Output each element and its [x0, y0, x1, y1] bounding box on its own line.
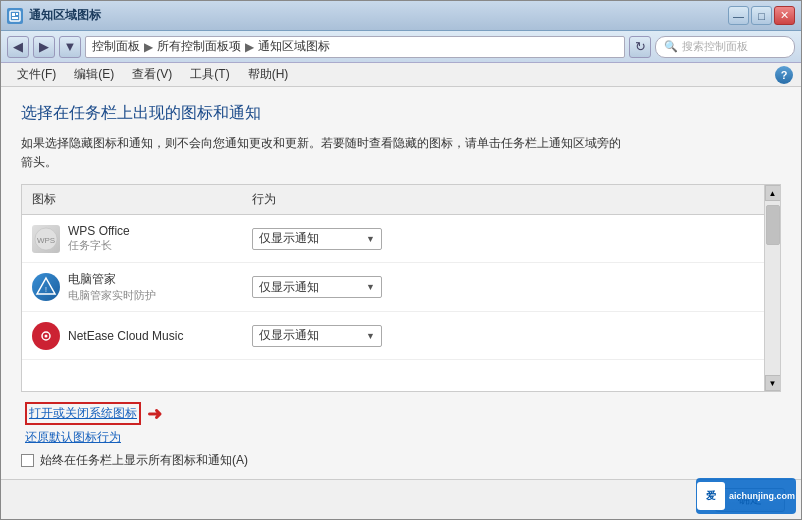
page-description: 如果选择隐藏图标和通知，则不会向您通知更改和更新。若要随时查看隐藏的图标，请单击…: [21, 134, 781, 172]
scrollbar[interactable]: ▲ ▼: [764, 185, 780, 391]
netease-app-icon: [32, 322, 60, 350]
search-placeholder: 搜索控制面板: [682, 39, 748, 54]
maximize-button[interactable]: □: [751, 6, 772, 25]
titlebar: 通知区域图标 — □ ✕: [1, 1, 801, 31]
svg-point-10: [45, 334, 48, 337]
search-icon: 🔍: [664, 40, 678, 53]
help-icon[interactable]: ?: [775, 66, 793, 84]
row-behavior-netease: 仅显示通知 ▼: [252, 325, 770, 347]
row-icon-col: ! 电脑管家 电脑管家实时防护: [32, 271, 252, 303]
row-behavior-pcmgr: 仅显示通知 ▼: [252, 276, 770, 298]
row-icon-col: WPS WPS Office 任务字长: [32, 224, 252, 253]
always-show-checkbox[interactable]: [21, 454, 34, 467]
restore-link[interactable]: 还原默认图标行为: [25, 429, 121, 446]
dropdown-arrow-icon: ▼: [366, 234, 375, 244]
minimize-button[interactable]: —: [728, 6, 749, 25]
icons-table: 图标 行为 WPS: [21, 184, 781, 392]
refresh-button[interactable]: ↻: [629, 36, 651, 58]
svg-text:WPS: WPS: [37, 236, 55, 245]
close-button[interactable]: ✕: [774, 6, 795, 25]
dropdown-button[interactable]: ▼: [59, 36, 81, 58]
table-header: 图标 行为: [22, 185, 780, 215]
col-header-icon: 图标: [32, 191, 252, 208]
row-icon-col: NetEase Cloud Music: [32, 322, 252, 350]
path-sep2: ▶: [245, 40, 254, 54]
row-text-wps: WPS Office 任务字长: [68, 224, 130, 253]
content-area: 选择在任务栏上出现的图标和通知 如果选择隐藏图标和通知，则不会向您通知更改和更新…: [1, 87, 801, 479]
row-sub-wps: 任务字长: [68, 238, 130, 253]
address-path[interactable]: 控制面板 ▶ 所有控制面板项 ▶ 通知区域图标: [85, 36, 625, 58]
path-root: 控制面板: [92, 38, 140, 55]
scroll-thumb[interactable]: [766, 205, 780, 245]
footer: 确定: [1, 479, 801, 519]
table-row: NetEase Cloud Music 仅显示通知 ▼: [22, 312, 780, 360]
row-text-pcmgr: 电脑管家 电脑管家实时防护: [68, 271, 156, 303]
checkbox-row: 始终在任务栏上显示所有图标和通知(A): [21, 452, 781, 469]
pcmgr-behavior-value: 仅显示通知: [259, 279, 319, 296]
wps-behavior-dropdown[interactable]: 仅显示通知 ▼: [252, 228, 382, 250]
titlebar-left: 通知区域图标: [7, 7, 101, 24]
path-mid: 所有控制面板项: [157, 38, 241, 55]
restore-link-row: 还原默认图标行为: [25, 429, 781, 446]
dropdown-arrow-icon: ▼: [366, 282, 375, 292]
scroll-up-button[interactable]: ▲: [765, 185, 781, 201]
wps-app-icon: WPS: [32, 225, 60, 253]
row-text-netease: NetEase Cloud Music: [68, 329, 183, 343]
col-header-behavior: 行为: [252, 191, 770, 208]
pcmgr-app-icon: !: [32, 273, 60, 301]
checkbox-label: 始终在任务栏上显示所有图标和通知(A): [40, 452, 248, 469]
open-close-link[interactable]: 打开或关闭系统图标: [25, 402, 141, 425]
menu-edit[interactable]: 编辑(E): [66, 64, 122, 85]
svg-rect-2: [16, 13, 18, 15]
svg-rect-1: [12, 13, 15, 16]
path-current: 通知区域图标: [258, 38, 330, 55]
dropdown-arrow-icon: ▼: [366, 331, 375, 341]
menu-view[interactable]: 查看(V): [124, 64, 180, 85]
window-icon: [7, 8, 23, 24]
row-sub-pcmgr: 电脑管家实时防护: [68, 288, 156, 303]
menubar: 文件(F) 编辑(E) 查看(V) 工具(T) 帮助(H) ?: [1, 63, 801, 87]
netease-behavior-dropdown[interactable]: 仅显示通知 ▼: [252, 325, 382, 347]
watermark-text: aichunjing.com: [729, 491, 795, 501]
row-name-wps: WPS Office: [68, 224, 130, 238]
table-row: WPS WPS Office 任务字长 仅显示通知 ▼: [22, 215, 780, 263]
search-box[interactable]: 🔍 搜索控制面板: [655, 36, 795, 58]
table-body: WPS WPS Office 任务字长 仅显示通知 ▼: [22, 215, 780, 391]
row-name-pcmgr: 电脑管家: [68, 271, 156, 288]
back-button[interactable]: ◀: [7, 36, 29, 58]
svg-rect-3: [12, 17, 18, 19]
menu-file[interactable]: 文件(F): [9, 64, 64, 85]
watermark: 爱 aichunjing.com: [696, 478, 796, 514]
main-window: 通知区域图标 — □ ✕ ◀ ▶ ▼ 控制面板 ▶ 所有控制面板项 ▶ 通知区域…: [0, 0, 802, 520]
forward-button[interactable]: ▶: [33, 36, 55, 58]
svg-text:!: !: [45, 286, 47, 293]
watermark-logo: 爱: [697, 482, 725, 510]
window-title: 通知区域图标: [29, 7, 101, 24]
row-behavior-wps: 仅显示通知 ▼: [252, 228, 770, 250]
path-sep1: ▶: [144, 40, 153, 54]
window-controls: — □ ✕: [728, 6, 795, 25]
arrow-icon: ➜: [147, 403, 162, 425]
pcmgr-behavior-dropdown[interactable]: 仅显示通知 ▼: [252, 276, 382, 298]
netease-behavior-value: 仅显示通知: [259, 327, 319, 344]
scroll-down-button[interactable]: ▼: [765, 375, 781, 391]
page-title: 选择在任务栏上出现的图标和通知: [21, 103, 781, 124]
table-row: ! 电脑管家 电脑管家实时防护 仅显示通知 ▼: [22, 263, 780, 312]
open-close-link-row: 打开或关闭系统图标 ➜: [25, 402, 781, 425]
bottom-links: 打开或关闭系统图标 ➜ 还原默认图标行为: [21, 402, 781, 446]
row-name-netease: NetEase Cloud Music: [68, 329, 183, 343]
menu-tools[interactable]: 工具(T): [182, 64, 237, 85]
wps-behavior-value: 仅显示通知: [259, 230, 319, 247]
addressbar: ◀ ▶ ▼ 控制面板 ▶ 所有控制面板项 ▶ 通知区域图标 ↻ 🔍 搜索控制面板: [1, 31, 801, 63]
menu-help[interactable]: 帮助(H): [240, 64, 297, 85]
